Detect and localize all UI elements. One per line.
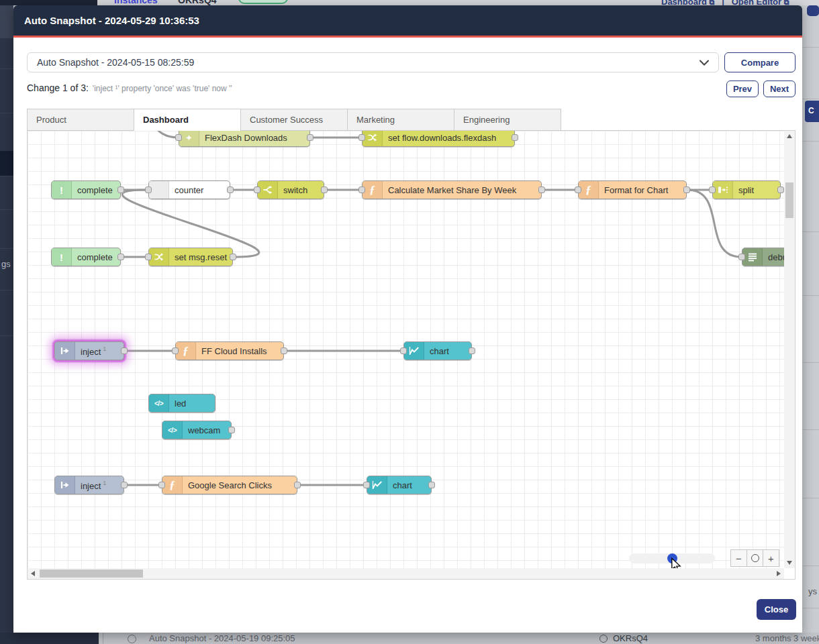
scroll-right-icon[interactable]: [777, 571, 781, 576]
compare-button[interactable]: Compare: [724, 52, 796, 72]
snapshot-diff-dialog: Auto Snapshot - 2024-05-29 10:36:53 Auto…: [13, 5, 802, 633]
vertical-scroll-thumb[interactable]: [785, 182, 793, 218]
dialog-header: Auto Snapshot - 2024-05-29 10:36:53: [13, 5, 802, 38]
node-label: complete: [77, 252, 113, 262]
node-output-port: [307, 134, 314, 141]
zoom-in-button[interactable]: +: [763, 549, 779, 567]
background-partial-text: ys: [808, 586, 817, 596]
prev-button[interactable]: Prev: [726, 80, 759, 97]
node-label: set flow.downloads.flexdash: [388, 133, 496, 143]
clock-icon: [128, 635, 136, 643]
node-output-port: [512, 134, 518, 141]
sidebar-selected-item: [0, 151, 13, 176]
zoom-reset-button[interactable]: [746, 549, 763, 567]
node-output-port: [117, 254, 124, 260]
node-input-port: [158, 482, 165, 488]
zoom-controls: − +: [731, 549, 779, 567]
tab-marketing[interactable]: Marketing: [347, 109, 454, 131]
node-output-port: [230, 254, 236, 260]
node-output-port: [281, 347, 287, 354]
vertical-scrollbar[interactable]: [784, 131, 795, 568]
snapshot-select[interactable]: Auto Snapshot - 2024-05-15 08:25:59: [27, 52, 719, 72]
node-input-port: [358, 186, 365, 193]
tab-engineering[interactable]: Engineering: [454, 109, 561, 131]
flow-node-led[interactable]: </>led: [148, 394, 215, 413]
node-label: counter: [175, 185, 203, 195]
node-label: split: [738, 185, 754, 195]
flow-wire: [128, 131, 178, 138]
node-input-port: [145, 254, 152, 260]
background-snapshot-label: Auto Snapshot - 2024-05-19 09:25:05: [149, 633, 295, 643]
split-icon: [713, 181, 733, 199]
node-label: inject1: [81, 480, 106, 491]
background-button-fragment: [807, 5, 819, 16]
flow-node-debug1[interactable]: debug: [742, 248, 784, 266]
node-output-port: [227, 186, 234, 193]
scroll-up-icon[interactable]: [787, 134, 792, 138]
node-input-port: [358, 134, 365, 141]
flow-node-setflow[interactable]: set flow.downloads.flexdash: [362, 131, 515, 147]
next-button[interactable]: Next: [763, 80, 796, 97]
tab-customer-success[interactable]: Customer Success: [240, 109, 348, 131]
node-input-port: [400, 347, 407, 354]
function-icon: ƒ: [579, 181, 599, 199]
change-label: Change 1 of 3:: [27, 83, 89, 93]
node-input-port: [575, 186, 581, 193]
node-input-port: [709, 186, 716, 193]
node-label: chart: [430, 346, 449, 356]
project-name: OKRsQ4: [178, 0, 217, 5]
flow-node-ffcloud[interactable]: ƒFF Cloud Installs: [175, 341, 284, 360]
flow-node-flexdash[interactable]: ✦FlexDash Downloads: [179, 131, 310, 147]
node-output-port: [683, 186, 690, 193]
flow-node-counter[interactable]: counter: [148, 180, 230, 199]
scroll-left-icon[interactable]: [31, 571, 35, 576]
node-output-port: [777, 186, 784, 193]
node-label: inject1: [81, 345, 106, 357]
change-detail: 'inject ¹' property 'once' was 'true' no…: [93, 84, 232, 93]
flow-node-setmsgreset[interactable]: set msg.reset: [148, 248, 233, 266]
node-input-port: [172, 347, 179, 354]
scroll-down-icon[interactable]: [787, 561, 792, 565]
node-label: Format for Chart: [604, 185, 668, 195]
flow-node-inject2[interactable]: inject1: [54, 476, 124, 494]
function-icon: ƒ: [162, 476, 183, 494]
flow-node-gsc[interactable]: ƒGoogle Search Clicks: [162, 476, 297, 494]
sidebar-partial-label: gs: [1, 259, 11, 269]
flow-node-format[interactable]: ƒFormat for Chart: [578, 180, 687, 199]
flow-node-switch1[interactable]: switch: [257, 180, 324, 199]
chevron-down-icon: [700, 60, 709, 66]
topbar-links: Dashboard ⧉ | Open Editor ⧉: [661, 0, 789, 5]
node-label: switch: [283, 185, 307, 195]
flow-node-complete1[interactable]: !complete: [51, 180, 121, 199]
complete-icon: !: [52, 181, 72, 199]
flow-node-complete2[interactable]: !complete: [51, 248, 121, 266]
tab-product[interactable]: Product: [27, 109, 134, 131]
node-label: chart: [393, 480, 412, 490]
instances-link: Instances: [114, 0, 158, 5]
background-topbar: Instances OKRsQ4 Dashboard ⧉ | Open Edit…: [0, 0, 819, 5]
horizontal-scrollbar[interactable]: [28, 568, 784, 579]
flow-node-chart1[interactable]: chart: [403, 341, 472, 360]
flow-node-chart2[interactable]: chart: [367, 476, 432, 494]
flow-canvas[interactable]: − + ✦FlexDash Downloadsset flow.download…: [28, 131, 784, 568]
background-compare-button-fragment: C: [805, 101, 819, 122]
tab-dashboard[interactable]: Dashboard: [134, 109, 241, 131]
change-summary: Change 1 of 3:'inject ¹' property 'once'…: [27, 80, 232, 93]
node-label: Calculate Market Share By Week: [388, 185, 516, 195]
node-label: FF Cloud Installs: [201, 346, 267, 356]
flow-node-webcam[interactable]: </>webcam: [162, 421, 232, 439]
flow-tabs: ProductDashboardCustomer SuccessMarketin…: [27, 109, 796, 131]
close-button[interactable]: Close: [757, 599, 796, 620]
node-output-port: [538, 186, 545, 193]
external-link-icon: ⧉: [710, 0, 715, 5]
zoom-reset-icon: [751, 554, 759, 562]
zoom-out-button[interactable]: −: [730, 549, 747, 567]
flow-node-calc[interactable]: ƒCalculate Market Share By Week: [362, 180, 542, 199]
background-sidebar: gs: [0, 5, 13, 633]
horizontal-scroll-thumb[interactable]: [40, 570, 143, 578]
flow-node-split1[interactable]: split: [712, 180, 781, 199]
chart-icon: [404, 342, 424, 360]
flow-node-inject1[interactable]: inject1: [54, 341, 124, 360]
node-label-superscript: 1: [103, 345, 106, 352]
debug-icon: [742, 248, 763, 266]
